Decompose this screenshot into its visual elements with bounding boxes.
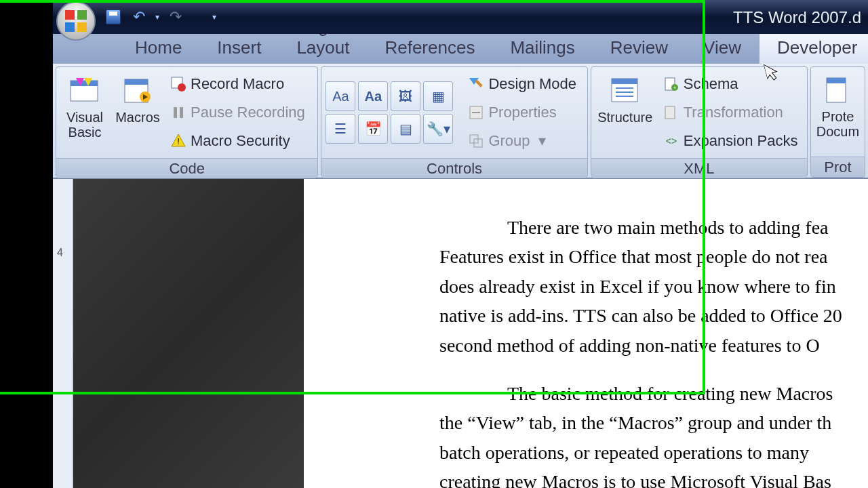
svg-rect-1 — [71, 81, 98, 86]
expansion-packs-button[interactable]: <> Expansion Packs — [659, 128, 802, 154]
body-text: the “View” tab, in the “Macros” group an… — [439, 408, 868, 437]
body-text: The basic method for creating new Macros — [439, 379, 868, 408]
macro-security-icon: ! — [170, 133, 186, 149]
transformation-label: Transformation — [684, 104, 783, 121]
save-icon — [106, 9, 121, 24]
tab-review[interactable]: Review — [593, 32, 686, 64]
record-macro-label: Record Macro — [191, 75, 284, 93]
document-title: TTS Word 2007.d — [733, 8, 861, 27]
office-button[interactable] — [56, 1, 96, 41]
macros-label: Macros — [115, 110, 160, 125]
properties-label: Properties — [488, 104, 556, 121]
protect-document-button[interactable]: Prote Docum — [815, 71, 861, 152]
pause-icon — [170, 104, 186, 121]
controls-gallery: Aa Aa 🖼 ▦ ☰ 📅 ▤ 🔧▾ — [326, 81, 453, 144]
body-text: second method of adding non-native featu… — [439, 331, 868, 360]
macro-security-button[interactable]: ! Macro Security — [166, 128, 309, 154]
svg-rect-31 — [827, 78, 846, 83]
plain-text-control-icon[interactable]: Aa — [358, 81, 388, 111]
transformation-button: Transformation — [659, 100, 802, 125]
body-text: batch operations, or repeated operations… — [439, 438, 868, 467]
tab-home[interactable]: Home — [117, 32, 199, 64]
tab-mailings[interactable]: Mailings — [492, 32, 592, 64]
group-button: Group ▾ — [464, 128, 580, 154]
svg-rect-17 — [472, 112, 480, 113]
protect-document-label: Prote Docum — [816, 109, 859, 139]
body-text: native is add-ins. TTS can also be added… — [439, 301, 868, 330]
title-bar: ↶ ▾ ↷ ▾ TTS Word 2007.d — [53, 0, 868, 34]
properties-icon — [468, 104, 484, 121]
svg-rect-11 — [180, 107, 183, 118]
group-code: Visual Basic Macros Record Macro — [56, 66, 318, 178]
structure-label: Structure — [597, 110, 652, 125]
design-mode-icon — [468, 76, 484, 92]
date-picker-control-icon[interactable]: 📅 — [358, 114, 388, 144]
redo-button[interactable]: ↷ — [166, 7, 185, 26]
tab-developer[interactable]: Developer — [759, 31, 868, 64]
legacy-tools-icon[interactable]: 🔧▾ — [423, 114, 453, 144]
dropdown-control-icon[interactable]: ☰ — [326, 114, 355, 144]
ribbon: Visual Basic Macros Record Macro — [53, 64, 868, 179]
transformation-icon — [663, 104, 679, 121]
group-xml-label: XML — [591, 158, 807, 178]
structure-icon — [609, 75, 642, 107]
office-logo-icon — [65, 10, 87, 32]
visual-basic-label: Visual Basic — [66, 110, 103, 140]
pause-recording-button: Pause Recording — [166, 100, 309, 125]
properties-button: Properties — [464, 100, 580, 125]
rich-text-control-icon[interactable]: Aa — [326, 81, 355, 111]
group-label: Group — [488, 132, 530, 150]
svg-rect-15 — [475, 79, 483, 87]
svg-text:+: + — [673, 85, 676, 91]
pause-recording-label: Pause Recording — [191, 104, 305, 121]
expansion-packs-icon: <> — [663, 133, 679, 149]
quick-access-toolbar: ↶ ▾ ↷ ▾ — [104, 0, 216, 34]
group-dropdown-icon: ▾ — [538, 132, 546, 150]
visual-basic-icon — [68, 75, 101, 107]
expansion-packs-label: Expansion Packs — [684, 132, 798, 150]
design-mode-label: Design Mode — [488, 75, 576, 93]
redo-icon: ↷ — [170, 8, 182, 26]
undo-icon: ↶ — [133, 8, 145, 26]
group-icon — [468, 133, 484, 149]
vertical-ruler[interactable]: 4 — [53, 179, 73, 488]
design-mode-button[interactable]: Design Mode — [464, 71, 580, 97]
schema-label: Schema — [684, 75, 738, 93]
group-code-label: Code — [56, 158, 317, 178]
combo-box-control-icon[interactable]: ▦ — [423, 81, 453, 111]
svg-rect-21 — [612, 79, 637, 84]
undo-button[interactable]: ↶ — [130, 7, 149, 26]
building-block-control-icon[interactable]: ▤ — [391, 114, 420, 144]
visual-basic-button[interactable]: Visual Basic — [60, 72, 109, 153]
body-text: There are two main methods to adding fea — [439, 213, 868, 242]
body-text: does already exist in Excel if you know … — [439, 272, 868, 301]
macros-button[interactable]: Macros — [113, 72, 162, 153]
save-button[interactable] — [104, 7, 123, 26]
record-macro-button[interactable]: Record Macro — [166, 71, 309, 97]
macros-icon — [121, 75, 154, 107]
ruler-mark: 4 — [57, 247, 63, 259]
group-protect-label: Prot — [811, 157, 865, 177]
record-macro-icon — [170, 76, 186, 92]
svg-text:<>: <> — [666, 136, 677, 146]
schema-icon: + — [663, 76, 679, 92]
document-page[interactable]: There are two main methods to adding fea… — [304, 179, 868, 488]
svg-rect-10 — [174, 107, 177, 118]
tab-view[interactable]: View — [686, 32, 759, 64]
qat-customize-icon[interactable]: ▾ — [212, 12, 216, 22]
group-protect: Prote Docum Prot — [810, 66, 865, 178]
svg-text:!: ! — [177, 136, 180, 146]
structure-button[interactable]: Structure — [595, 72, 655, 153]
group-controls-label: Controls — [321, 158, 587, 178]
svg-rect-28 — [665, 106, 675, 119]
tab-references[interactable]: References — [367, 32, 492, 64]
picture-control-icon[interactable]: 🖼 — [391, 81, 420, 111]
tab-insert[interactable]: Insert — [199, 32, 279, 64]
macro-security-label: Macro Security — [191, 132, 290, 150]
undo-dropdown-icon[interactable]: ▾ — [155, 12, 159, 22]
body-text: creating new Macros is to use Microsoft … — [439, 467, 868, 488]
page-margin-area — [73, 179, 304, 488]
group-controls: Aa Aa 🖼 ▦ ☰ 📅 ▤ 🔧▾ Design Mode — [321, 66, 587, 178]
document-area: 4 There are two main methods to adding f… — [53, 179, 868, 488]
svg-point-9 — [178, 83, 186, 92]
